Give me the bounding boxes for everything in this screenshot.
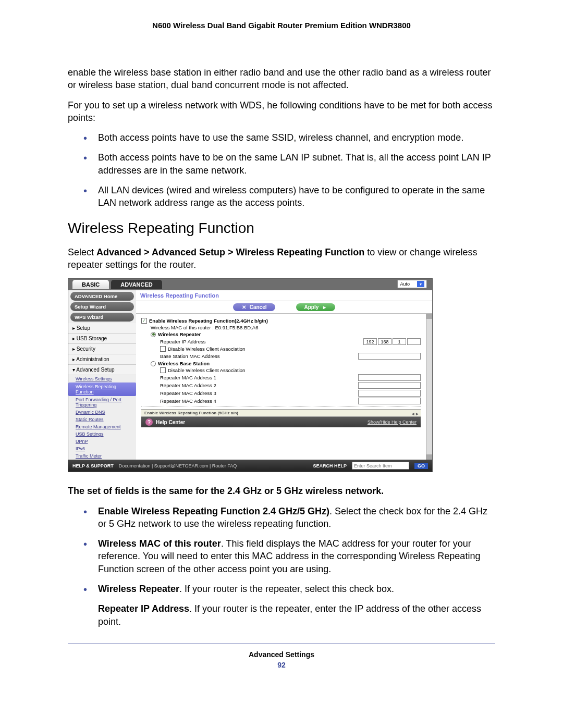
intro-bullet-3: All LAN devices (wired and wireless comp… xyxy=(83,184,495,209)
help-icon: ? xyxy=(145,418,153,426)
sidebar-sub-static-routes[interactable]: Static Routes xyxy=(68,416,136,423)
page-footer-label: Advanced Settings xyxy=(68,650,495,659)
intro-bullet-1: Both access points have to use the same … xyxy=(83,131,495,144)
apply-button[interactable]: Apply ▸ xyxy=(296,303,336,311)
wireless-repeater-label: Wireless Repeater xyxy=(158,331,201,337)
disable-client-assoc-2-label: Disable Wireless Client Association xyxy=(168,367,245,373)
footer-links[interactable]: Documentation | Support@NETGEAR.com | Ro… xyxy=(119,463,237,468)
sidebar-sub-port-forwarding[interactable]: Port Forwarding / Port Triggering xyxy=(68,396,136,409)
base-station-mac-label: Base Station MAC Address xyxy=(160,353,220,359)
sidebar: ADVANCED Home Setup Wizard WPS Wizard ▸ … xyxy=(68,290,136,460)
field-bullet-2: Wireless MAC of this router. This field … xyxy=(83,537,495,575)
repeater-ip-sublabel: Repeater IP Address xyxy=(98,603,189,614)
horizontal-scroll-icon[interactable]: ◂ ▸ xyxy=(412,411,419,416)
section-description: Select Advanced > Advanced Setup > Wirel… xyxy=(68,246,495,272)
field-bullet-1: Enable Wireless Repeating Function 2.4 G… xyxy=(83,505,495,530)
sidebar-setup-wizard[interactable]: Setup Wizard xyxy=(70,302,134,311)
sidebar-item-setup[interactable]: ▸ Setup xyxy=(68,323,136,334)
ip-octet-2[interactable] xyxy=(378,338,391,345)
chevron-right-icon: ▸ xyxy=(322,304,327,310)
wireless-base-station-label: Wireless Base Station xyxy=(158,361,210,366)
repeater-mac-1-label: Repeater MAC Address 1 xyxy=(160,375,216,380)
wireless-base-station-radio[interactable] xyxy=(151,361,156,366)
go-button[interactable]: GO xyxy=(414,463,428,469)
panel-title: Wireless Repeating Function xyxy=(136,290,432,301)
intro-paragraph-1: enable the wireless base station in eith… xyxy=(68,66,495,92)
disable-client-assoc-checkbox[interactable] xyxy=(160,346,166,352)
scroll-down-icon[interactable] xyxy=(426,454,432,460)
help-support-label: HELP & SUPPORT xyxy=(72,463,114,468)
tab-basic[interactable]: BASIC xyxy=(72,280,109,289)
wireless-repeater-radio[interactable] xyxy=(151,332,156,337)
ip-octet-1[interactable] xyxy=(363,338,377,345)
repeater-mac-4-label: Repeater MAC Address 4 xyxy=(160,398,216,404)
sidebar-sub-dynamic-dns[interactable]: Dynamic DNS xyxy=(68,409,136,416)
sidebar-sub-ipv6[interactable]: IPv6 xyxy=(68,445,136,452)
sidebar-sub-usb-settings[interactable]: USB Settings xyxy=(68,430,136,438)
router-mac-label: Wireless MAC of this router : E0:91:F5:B… xyxy=(141,325,421,330)
repeater-mac-3-input[interactable] xyxy=(358,390,421,397)
doc-header: N600 Wireless Dual Band Gigabit Router P… xyxy=(68,21,495,30)
sidebar-sub-traffic-meter[interactable]: Traffic Meter xyxy=(68,452,136,460)
sidebar-sub-upnp[interactable]: UPnP xyxy=(68,438,136,445)
page-number: 92 xyxy=(68,661,495,669)
scroll-up-icon[interactable] xyxy=(426,314,432,319)
apply-label: Apply xyxy=(304,304,319,310)
disable-client-assoc-2-checkbox[interactable] xyxy=(160,367,166,373)
fields-note: The set of fields is the same for the 2.… xyxy=(68,485,495,497)
ip-octet-4[interactable] xyxy=(407,338,421,345)
repeater-mac-2-label: Repeater MAC Address 2 xyxy=(160,382,216,388)
repeater-mac-2-input[interactable] xyxy=(358,382,421,389)
scroll-cutoff-row: Enable Wireless Repeating Function (5GHz… xyxy=(141,409,421,417)
toggle-help-link[interactable]: Show/Hide Help Center xyxy=(368,419,417,425)
tab-advanced[interactable]: ADVANCED xyxy=(111,280,162,289)
footer-bar: HELP & SUPPORT Documentation | Support@N… xyxy=(68,460,432,472)
enable-repeating-label: Enable Wireless Repeating Function(2.4GH… xyxy=(149,318,268,324)
base-station-mac-input[interactable] xyxy=(358,353,421,360)
repeater-ip-label: Repeater IP Address xyxy=(160,339,206,344)
search-help-label: SEARCH HELP xyxy=(313,463,347,468)
cancel-button[interactable]: ✕ Cancel xyxy=(233,303,275,311)
desc-path: Advanced > Advanced Setup > Wireless Rep… xyxy=(96,247,364,257)
sidebar-sub-wireless-repeating[interactable]: Wireless Repeating Function xyxy=(68,382,136,396)
sidebar-wps-wizard[interactable]: WPS Wizard xyxy=(70,313,134,322)
intro-paragraph-2: For you to set up a wireless network wit… xyxy=(68,99,495,125)
help-center-bar[interactable]: ? Help Center Show/Hide Help Center xyxy=(141,417,421,427)
main-panel: Wireless Repeating Function ✕ Cancel App… xyxy=(136,290,432,460)
sidebar-item-advanced-setup[interactable]: ▾ Advanced Setup xyxy=(68,365,136,375)
intro-bullets: Both access points have to use the same … xyxy=(83,131,495,209)
field-bullet-3: Wireless Repeater. If your router is the… xyxy=(83,583,495,628)
repeater-mac-1-input[interactable] xyxy=(358,374,421,381)
chevron-down-icon: ▾ xyxy=(417,281,424,287)
sidebar-item-administration[interactable]: ▸ Administration xyxy=(68,354,136,365)
repeater-ip-input[interactable] xyxy=(363,338,421,345)
search-help-input[interactable] xyxy=(352,462,409,470)
repeater-mac-4-input[interactable] xyxy=(358,398,421,404)
lang-dropdown-label: Auto xyxy=(400,281,410,287)
ip-octet-3[interactable] xyxy=(393,338,406,345)
enable-repeating-checkbox[interactable]: ✓ xyxy=(141,318,147,324)
sidebar-item-security[interactable]: ▸ Security xyxy=(68,344,136,354)
router-admin-screenshot: BASIC ADVANCED Auto ▾ ADVANCED Home Setu… xyxy=(68,278,433,472)
sidebar-sub-wireless-settings[interactable]: Wireless Settings xyxy=(68,375,136,382)
page-divider xyxy=(68,644,495,644)
sidebar-advanced-home[interactable]: ADVANCED Home xyxy=(70,292,134,301)
vertical-scrollbar[interactable] xyxy=(426,314,432,460)
disable-client-assoc-label: Disable Wireless Client Association xyxy=(168,346,245,352)
sidebar-item-usb-storage[interactable]: ▸ USB Storage xyxy=(68,334,136,344)
lang-dropdown[interactable]: Auto ▾ xyxy=(397,280,427,288)
repeater-mac-3-label: Repeater MAC Address 3 xyxy=(160,390,216,396)
intro-bullet-2: Both access points have to be on the sam… xyxy=(83,151,495,177)
cancel-label: Cancel xyxy=(250,304,267,310)
desc-pre: Select xyxy=(68,247,96,257)
field-bullets: Enable Wireless Repeating Function 2.4 G… xyxy=(83,505,495,628)
section-heading: Wireless Repeating Function xyxy=(68,220,495,237)
close-icon: ✕ xyxy=(241,304,247,310)
help-center-label: Help Center xyxy=(156,419,185,425)
sidebar-sub-remote-management[interactable]: Remote Management xyxy=(68,423,136,430)
